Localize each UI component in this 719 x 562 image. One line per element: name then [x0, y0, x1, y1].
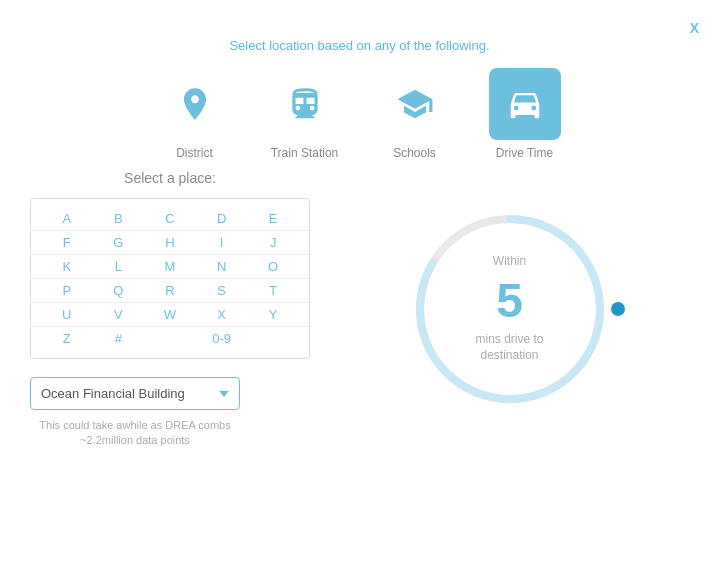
alpha-W[interactable]: W	[156, 307, 184, 322]
drive-time-icon	[506, 85, 544, 123]
alpha-row-4: P Q R S T	[31, 279, 309, 303]
alpha-M[interactable]: M	[156, 259, 184, 274]
alpha-E[interactable]: E	[259, 211, 287, 226]
tab-train-station[interactable]: Train Station	[260, 68, 350, 160]
alpha-row-5: U V W X Y	[31, 303, 309, 327]
alpha-row-2: F G H I J	[31, 231, 309, 255]
alpha-empty2	[259, 331, 287, 346]
alpha-hash[interactable]: #	[104, 331, 132, 346]
drive-time-dot[interactable]	[611, 302, 625, 316]
tab-schools[interactable]: Schools	[370, 68, 460, 160]
alpha-H[interactable]: H	[156, 235, 184, 250]
alpha-R[interactable]: R	[156, 283, 184, 298]
alpha-row-3: K L M N O	[31, 255, 309, 279]
district-icon	[176, 85, 214, 123]
circle-center-text: Within 5 mins drive to destination	[455, 255, 565, 364]
train-icon	[286, 85, 324, 123]
alpha-row-6: Z # 0-9	[31, 327, 309, 350]
schools-icon-wrapper	[379, 68, 451, 140]
alpha-F[interactable]: F	[53, 235, 81, 250]
alpha-X[interactable]: X	[208, 307, 236, 322]
disclaimer-text: This could take awhile as DREA combs ~2.…	[30, 418, 240, 449]
alpha-O[interactable]: O	[259, 259, 287, 274]
alpha-J[interactable]: J	[259, 235, 287, 250]
district-label: District	[176, 146, 213, 160]
alpha-L[interactable]: L	[104, 259, 132, 274]
tabs-row: District Train Station Schools Drive Tim…	[0, 68, 719, 160]
alpha-Q[interactable]: Q	[104, 283, 132, 298]
within-label: Within	[455, 255, 565, 271]
drive-time-label: Drive Time	[496, 146, 553, 160]
schools-icon	[396, 85, 434, 123]
alpha-Z[interactable]: Z	[53, 331, 81, 346]
alpha-B[interactable]: B	[104, 211, 132, 226]
main-area: Select a place: A B C D E F G H I J K L	[0, 170, 719, 449]
district-icon-wrapper	[159, 68, 231, 140]
alpha-C[interactable]: C	[156, 211, 184, 226]
alpha-empty	[156, 331, 184, 346]
alpha-09[interactable]: 0-9	[208, 331, 236, 346]
alpha-U[interactable]: U	[53, 307, 81, 322]
alpha-V[interactable]: V	[104, 307, 132, 322]
alpha-K[interactable]: K	[53, 259, 81, 274]
tab-drive-time[interactable]: Drive Time	[480, 68, 570, 160]
alpha-N[interactable]: N	[208, 259, 236, 274]
left-panel: Select a place: A B C D E F G H I J K L	[30, 170, 310, 449]
train-station-icon-wrapper	[269, 68, 341, 140]
alpha-S[interactable]: S	[208, 283, 236, 298]
tab-district[interactable]: District	[150, 68, 240, 160]
alpha-T[interactable]: T	[259, 283, 287, 298]
alpha-Y[interactable]: Y	[259, 307, 287, 322]
alpha-D[interactable]: D	[208, 211, 236, 226]
alpha-G[interactable]: G	[104, 235, 132, 250]
place-select[interactable]: Ocean Financial Building	[30, 377, 240, 410]
alpha-grid: A B C D E F G H I J K L M N O	[30, 198, 310, 359]
drive-time-number: 5	[455, 270, 565, 332]
mins-label: mins drive to destination	[455, 333, 565, 364]
schools-label: Schools	[393, 146, 436, 160]
drive-time-icon-wrapper	[489, 68, 561, 140]
alpha-row-1: A B C D E	[31, 207, 309, 231]
alpha-I[interactable]: I	[208, 235, 236, 250]
right-panel: Within 5 mins drive to destination	[330, 170, 689, 449]
train-station-label: Train Station	[271, 146, 339, 160]
circle-container: Within 5 mins drive to destination	[400, 199, 620, 419]
close-button[interactable]: X	[690, 20, 699, 36]
select-place-title: Select a place:	[30, 170, 310, 186]
alpha-A[interactable]: A	[53, 211, 81, 226]
dropdown-wrapper: Ocean Financial Building This could take…	[30, 377, 310, 449]
header-text: Select location based on any of the foll…	[0, 38, 719, 53]
alpha-P[interactable]: P	[53, 283, 81, 298]
